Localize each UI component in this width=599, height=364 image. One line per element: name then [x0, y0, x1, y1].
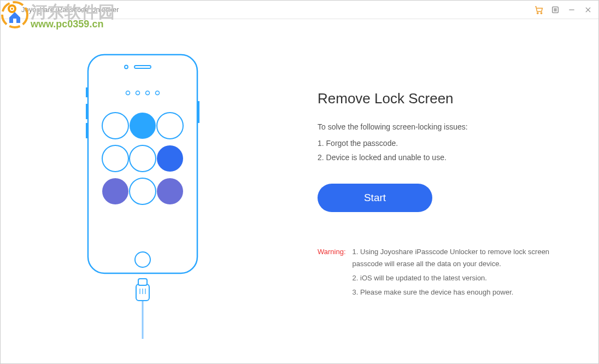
start-button[interactable]: Start	[318, 184, 432, 212]
svg-point-32	[157, 178, 183, 204]
minimize-icon[interactable]	[567, 5, 577, 15]
warning-item: 2. iOS will be updated to the latest ver…	[353, 272, 566, 284]
svg-point-25	[130, 113, 156, 139]
titlebar: Joyoshare iPasscode Unlocker	[1, 1, 598, 19]
svg-rect-35	[138, 279, 147, 285]
svg-point-2	[11, 8, 13, 10]
svg-rect-18	[86, 123, 88, 138]
warning-label: Warning:	[318, 246, 346, 301]
cart-icon[interactable]	[534, 5, 544, 15]
page-heading: Remove Lock Screen	[318, 90, 566, 107]
issue-list: 1. Forgot the passcode. 2. Device is loc…	[318, 139, 566, 162]
svg-point-29	[157, 145, 183, 172]
app-logo-icon	[7, 4, 17, 16]
issue-item: 2. Device is locked and unable to use.	[318, 153, 566, 162]
svg-point-30	[102, 178, 128, 204]
warning-item: 3. Please make sure the device has enoug…	[353, 286, 566, 298]
warning-item: 1. Using Joyoshare iPasscode Unlocker to…	[353, 246, 566, 270]
svg-rect-16	[86, 87, 88, 97]
issue-item: 1. Forgot the passcode.	[318, 139, 566, 148]
close-icon[interactable]	[583, 5, 593, 15]
app-title: Joyoshare iPasscode Unlocker	[21, 5, 119, 14]
svg-rect-19	[197, 101, 199, 123]
page-subheading: To solve the following screen-locking is…	[318, 122, 566, 131]
phone-illustration	[66, 49, 219, 339]
menu-icon[interactable]	[550, 5, 560, 15]
svg-point-3	[537, 12, 538, 13]
svg-rect-17	[86, 104, 88, 119]
warning-block: Warning: 1. Using Joyoshare iPasscode Un…	[318, 246, 566, 301]
svg-point-4	[541, 12, 542, 13]
